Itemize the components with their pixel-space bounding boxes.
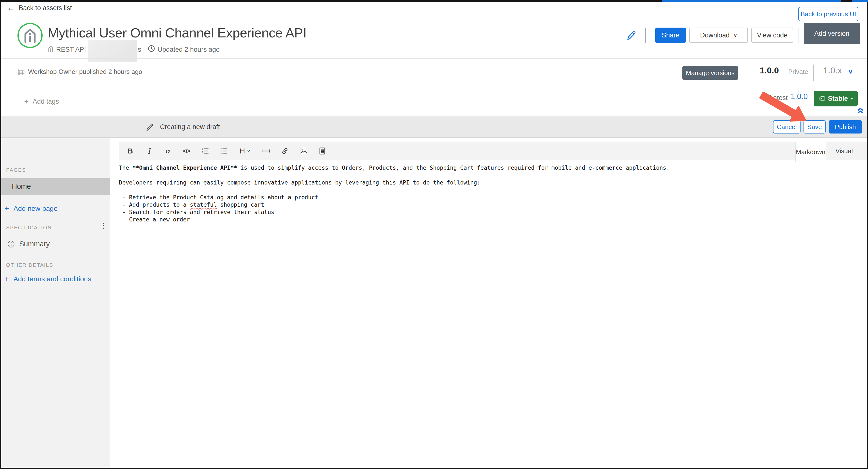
markdown-editor: B I ” </> 1 2 3 H ∨ [111, 139, 867, 468]
latest-divider [767, 89, 868, 89]
italic-button[interactable]: I [140, 142, 158, 159]
divider [813, 64, 814, 81]
app-window: ← Back to assets list Back to previous U… [0, 0, 868, 469]
add-terms-button[interactable]: + Add terms and conditions [4, 274, 91, 284]
published-info: Workshop Owner published 2 hours ago [18, 68, 142, 76]
sidebar: PAGES Home + Add new page SPECIFICATION … [0, 139, 110, 468]
divider [646, 28, 646, 43]
asset-logo [18, 23, 42, 48]
sidebar-item-summary[interactable]: Summary [7, 240, 50, 248]
ordered-list-icon: 1 2 3 [202, 148, 209, 154]
editor-toolbar: B I ” </> 1 2 3 H ∨ [119, 142, 867, 159]
add-version-button[interactable]: Add version [804, 23, 860, 45]
collapse-panel-icon[interactable]: « [856, 108, 867, 114]
window-right-edge [867, 0, 868, 469]
tab-visual[interactable]: Visual [826, 142, 862, 159]
other-details-section-label: OTHER DETAILS [6, 262, 53, 268]
save-button[interactable]: Save [804, 120, 826, 134]
window-left-edge [0, 0, 1, 469]
ordered-list-button[interactable]: 1 2 3 [196, 142, 214, 159]
specification-section-label: SPECIFICATION [6, 225, 52, 231]
asset-type-label: REST API [56, 46, 86, 54]
visibility-badge: Private [788, 68, 808, 76]
publish-button[interactable]: Publish [829, 120, 862, 134]
rest-api-icon [48, 45, 54, 52]
image-icon [300, 148, 307, 154]
svg-text:3: 3 [202, 152, 203, 154]
markdown-source[interactable]: The **Omni Channel Experience API** is u… [119, 164, 670, 223]
add-tags-button[interactable]: + Add tags [24, 97, 59, 106]
draft-banner [0, 116, 868, 138]
calendar-icon [18, 68, 25, 76]
source-line: - Search for orders and retrieve their s… [119, 208, 670, 216]
window-bottom-edge [0, 468, 868, 469]
cancel-button[interactable]: Cancel [773, 120, 801, 134]
source-line [119, 186, 670, 194]
window-top-strip-blue [662, 0, 841, 2]
tab-markdown[interactable]: Markdown [795, 142, 826, 162]
plus-icon: + [4, 204, 9, 213]
caret-down-icon: ▾ [851, 96, 853, 101]
chevron-down-icon: ∨ [247, 149, 250, 153]
bold-button[interactable]: B [121, 142, 140, 159]
back-to-assets-link[interactable]: ← Back to assets list [7, 4, 72, 12]
stable-status-dropdown[interactable]: Stable ▾ [814, 91, 858, 107]
horizontal-rule-icon [262, 148, 270, 154]
heading-dropdown-button[interactable]: H ∨ [233, 142, 257, 159]
version-number: 1.0.0 [760, 65, 779, 76]
page-title: Mythical User Omni Channel Experience AP… [48, 25, 307, 40]
source-line [119, 171, 670, 179]
chevron-down-icon: ∨ [734, 33, 737, 37]
download-button[interactable]: Download ∨ [689, 28, 748, 43]
version-group-dropdown[interactable]: 1.0.x [823, 65, 842, 76]
sidebar-item-home[interactable]: Home [0, 178, 110, 195]
link-button[interactable] [276, 142, 294, 159]
source-line: - Add products to a stateful shopping ca… [119, 201, 670, 208]
redacted-suffix: s [138, 46, 141, 54]
horizontal-rule-button[interactable] [257, 142, 276, 159]
clock-icon [148, 45, 155, 52]
draft-pencil-icon [145, 121, 153, 133]
source-line: The **Omni Channel Experience API** is u… [119, 164, 670, 171]
code-button[interactable]: </> [177, 142, 196, 159]
latest-label: Latest [770, 94, 788, 102]
window-top-strip-blue [852, 0, 868, 2]
latest-version-link[interactable]: 1.0.0 [791, 92, 808, 101]
chevron-down-icon[interactable]: ∨ [848, 68, 853, 75]
kebab-menu-icon[interactable]: ⋮ [99, 222, 107, 230]
plus-icon: + [4, 274, 9, 284]
source-line: - Retrieve the Product Catalog and detai… [119, 194, 670, 201]
bullet-list-icon [220, 148, 227, 154]
tag-icon [818, 95, 825, 102]
info-icon [7, 240, 15, 248]
divider [799, 28, 799, 43]
draft-banner-label: Creating a new draft [160, 123, 220, 131]
plus-icon: + [24, 97, 29, 106]
document-icon [319, 147, 326, 155]
bullet-list-button[interactable] [214, 142, 233, 159]
source-line: Developers requiring can easily compose … [119, 179, 670, 186]
edit-title-pencil-icon[interactable] [626, 29, 636, 41]
divider [749, 64, 749, 81]
table-of-contents-button[interactable] [313, 142, 332, 159]
manage-versions-button[interactable]: Manage versions [682, 66, 738, 80]
updated-label: Updated 2 hours ago [158, 46, 220, 54]
view-code-button[interactable]: View code [751, 28, 793, 43]
published-info-label: Workshop Owner published 2 hours ago [28, 68, 142, 76]
back-arrow-icon: ← [7, 4, 15, 12]
pages-section-label: PAGES [6, 167, 26, 173]
add-new-page-button[interactable]: + Add new page [4, 204, 58, 213]
source-line: - Create a new order [119, 216, 670, 223]
share-button[interactable]: Share [655, 28, 686, 43]
house-pin-icon [24, 28, 36, 43]
back-to-previous-ui-button[interactable]: Back to previous UI [798, 7, 859, 21]
image-button[interactable] [294, 142, 313, 159]
link-icon [281, 147, 288, 155]
blockquote-button[interactable]: ” [158, 140, 177, 162]
header-divider [0, 58, 868, 59]
back-link-label: Back to assets list [19, 4, 72, 12]
